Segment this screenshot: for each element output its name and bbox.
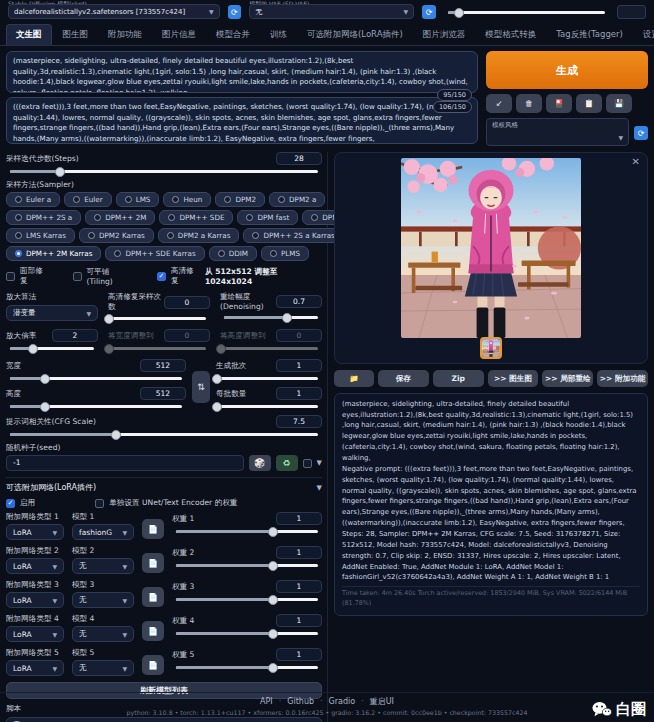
denoising-value[interactable]: 0.7 [276, 295, 322, 308]
positive-prompt-input[interactable]: (masterpiece, sidelighting, ultra-detail… [6, 51, 478, 93]
save-button[interactable]: 保存 [378, 370, 429, 387]
seed-extra-arrow-icon[interactable]: ▼ [317, 459, 322, 467]
clear-prompt-button[interactable]: 🗑 [516, 94, 542, 113]
sampler-option[interactable]: DPM2 a Karras [158, 228, 240, 243]
hires-steps-slider[interactable] [112, 317, 206, 320]
sampler-option[interactable]: LMS [116, 192, 160, 207]
sampler-option[interactable]: DPM fast [237, 210, 298, 225]
lora-type-select[interactable]: LoRA▼ [6, 660, 64, 676]
lora-model-select[interactable]: 无▼ [72, 592, 134, 608]
save-style-button[interactable]: 💾 [606, 94, 632, 113]
tab-0[interactable]: 文生图 [6, 24, 52, 45]
apply-style-button[interactable]: 📋 [576, 94, 602, 113]
close-icon[interactable]: ✕ [632, 156, 640, 167]
clip-skip-slider[interactable] [444, 5, 609, 19]
sampler-option[interactable]: LMS Karras [6, 228, 75, 243]
sampler-option[interactable]: DPM++ 2M [85, 210, 155, 225]
tiling-checkbox[interactable] [73, 272, 82, 281]
upscale-by-value[interactable]: 2 [52, 329, 98, 342]
upscale-by-slider[interactable] [10, 347, 94, 350]
height-value[interactable]: 512 [140, 387, 186, 400]
extra-seed-checkbox[interactable] [303, 459, 312, 468]
tab-10[interactable]: 设置 [634, 25, 654, 45]
tab-9[interactable]: Tag反推(Tagger) [547, 25, 632, 45]
sampler-option[interactable]: DPM++ SDE [159, 210, 233, 225]
tab-8[interactable]: 模型格式转换 [476, 25, 545, 45]
refresh-styles-button[interactable]: ⟳ [634, 126, 648, 140]
batch-count-slider[interactable] [220, 377, 318, 380]
footer-link-github[interactable]: Github [287, 697, 314, 706]
weight-slider[interactable] [176, 598, 318, 601]
lora-model-file-button[interactable]: 📄 [142, 621, 164, 641]
footer-link-api[interactable]: API [260, 697, 273, 706]
sampler-option[interactable]: DPM2 [215, 192, 265, 207]
sampler-option[interactable]: DPM++ 2M Karras [6, 246, 101, 261]
sampler-option[interactable]: Heun [163, 192, 211, 207]
lora-model-select[interactable]: 无▼ [72, 626, 134, 642]
tab-1[interactable]: 图生图 [54, 25, 98, 45]
batch-size-slider[interactable] [220, 405, 318, 408]
checkpoint-select[interactable]: dalceforealistictallyv2.safetensors [733… [8, 4, 220, 19]
sampler-option[interactable]: DPM++ 2S a [6, 210, 81, 225]
send-to-extras-button[interactable]: >> 附加功能 [597, 370, 648, 387]
tab-4[interactable]: 模型合并 [207, 25, 259, 45]
swap-dimensions-button[interactable]: ⇅ [192, 371, 210, 403]
refresh-vae-button[interactable]: ⟳ [422, 5, 436, 19]
negative-prompt-input[interactable]: (((extra feet))),3 feet,more than two fe… [6, 97, 478, 144]
lora-separate-weights-checkbox[interactable] [95, 499, 104, 508]
vae-select[interactable]: 无▼ [249, 4, 414, 19]
send-to-inpaint-button[interactable]: >> 局部重绘 [542, 370, 593, 387]
tab-7[interactable]: 图片浏览器 [414, 25, 475, 45]
height-slider[interactable] [10, 405, 182, 408]
styles-dropdown[interactable]: 模板风格 ▼ [486, 118, 629, 146]
seed-input[interactable]: -1 [6, 455, 244, 471]
sampler-option[interactable]: Euler a [6, 192, 60, 207]
open-folder-button[interactable]: 📁 [334, 370, 374, 387]
sampler-option[interactable]: DPM2 a [269, 192, 325, 207]
batch-size-value[interactable]: 1 [276, 387, 322, 400]
footer-link-重启ui[interactable]: 重启UI [370, 697, 394, 706]
tab-6[interactable]: 可选附加网络(LoRA插件) [298, 25, 412, 45]
generate-button[interactable]: 生成 [486, 51, 648, 89]
reuse-seed-button[interactable]: ♻ [276, 455, 298, 471]
tab-5[interactable]: 训练 [261, 25, 296, 45]
lora-type-select[interactable]: LoRA▼ [6, 524, 64, 540]
cfg-value[interactable]: 7.5 [276, 415, 322, 428]
denoising-slider[interactable] [224, 316, 318, 319]
tab-3[interactable]: 图片信息 [153, 25, 205, 45]
batch-count-value[interactable]: 1 [276, 359, 322, 372]
weight-slider[interactable] [176, 530, 318, 533]
sampler-option[interactable]: Euler [64, 192, 111, 207]
sampler-option[interactable]: DPM2 Karras [79, 228, 154, 243]
zip-button[interactable]: Zip [433, 370, 484, 387]
lora-weight-value[interactable]: 1 [276, 614, 322, 627]
lora-type-select[interactable]: LoRA▼ [6, 592, 64, 608]
gallery-thumbnail[interactable] [480, 337, 502, 359]
weight-slider[interactable] [176, 564, 318, 567]
lora-model-select[interactable]: 无▼ [72, 660, 134, 676]
extra-networks-button[interactable]: 🎴 [546, 94, 572, 113]
lora-weight-value[interactable]: 1 [276, 580, 322, 593]
lora-accordion-header[interactable]: 可选附加网络(LoRA插件)▼ [6, 482, 322, 493]
lora-model-select[interactable]: 无▼ [72, 558, 134, 574]
lora-weight-value[interactable]: 1 [276, 648, 322, 661]
generated-image[interactable] [401, 158, 581, 338]
sampler-option[interactable]: DPM++ SDE Karras [105, 246, 204, 261]
lora-weight-value[interactable]: 1 [276, 512, 322, 525]
weight-slider[interactable] [176, 632, 318, 635]
lora-type-select[interactable]: LoRA▼ [6, 626, 64, 642]
steps-value[interactable]: 28 [276, 152, 322, 165]
lora-model-file-button[interactable]: 📄 [142, 553, 164, 573]
tab-2[interactable]: 附加功能 [99, 25, 151, 45]
width-value[interactable]: 512 [140, 359, 186, 372]
lora-model-select[interactable]: fashionG▼ [72, 524, 134, 540]
steps-slider[interactable] [10, 170, 318, 173]
refresh-checkpoint-button[interactable]: ⟳ [228, 5, 242, 19]
send-to-img2img-button[interactable]: >> 图生图 [488, 370, 539, 387]
face-restore-checkbox[interactable] [6, 272, 15, 281]
lora-enable-checkbox[interactable]: ✓ [6, 499, 15, 508]
weight-slider[interactable] [176, 666, 318, 669]
sampler-option[interactable]: PLMS [261, 246, 309, 261]
read-last-prompt-button[interactable]: ↙ [486, 94, 512, 113]
lora-weight-value[interactable]: 1 [276, 546, 322, 559]
